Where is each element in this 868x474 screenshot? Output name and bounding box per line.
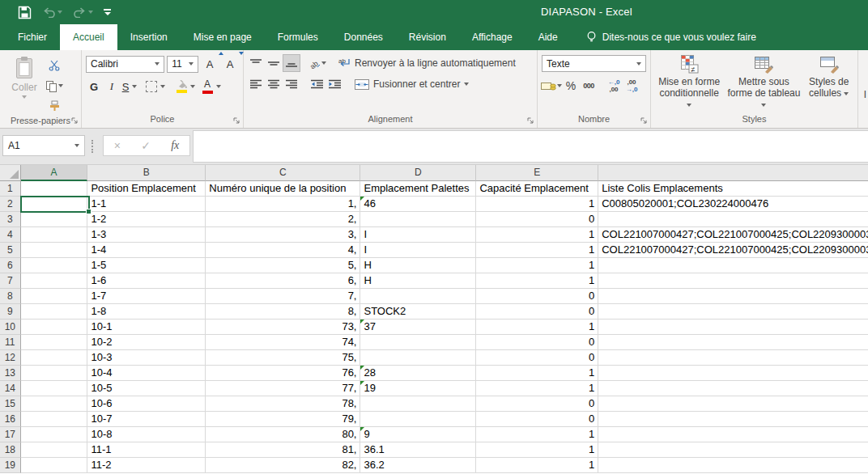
orientation-icon[interactable]: ab <box>308 54 326 72</box>
cell-B19[interactable]: 11-2 <box>87 458 206 473</box>
cell-F12[interactable] <box>598 350 868 366</box>
cell-E11[interactable]: 0 <box>476 335 598 350</box>
cell-F5[interactable]: COL221007000427;COL221007000425;COL22093… <box>598 243 868 258</box>
cell-E17[interactable]: 1 <box>476 427 598 442</box>
cell-F3[interactable] <box>598 212 868 227</box>
cell-A14[interactable] <box>21 381 88 396</box>
font-color-button[interactable]: A <box>198 78 216 95</box>
cell-E6[interactable]: 1 <box>476 258 598 273</box>
cell-E7[interactable]: 1 <box>476 273 598 289</box>
cell-C3[interactable]: 2, <box>206 212 360 227</box>
row-header-7[interactable]: 7 <box>0 273 21 289</box>
fill-color-dropdown-icon[interactable] <box>190 85 195 88</box>
cell-F7[interactable] <box>598 273 868 289</box>
cell-B12[interactable]: 10-3 <box>87 350 206 366</box>
cell-C4[interactable]: 3, <box>206 227 360 243</box>
select-all-corner[interactable] <box>0 165 21 181</box>
customize-quick-access-icon[interactable] <box>104 9 111 15</box>
cell-D17[interactable]: 9 <box>360 427 476 442</box>
cell-C18[interactable]: 81, <box>206 442 360 458</box>
row-header-16[interactable]: 16 <box>0 412 21 427</box>
cell-F1[interactable]: Liste Colis Emplacements <box>598 181 868 197</box>
cell-F6[interactable] <box>598 258 868 273</box>
row-header-10[interactable]: 10 <box>0 320 21 335</box>
cell-F4[interactable]: COL221007000427;COL221007000425;COL22093… <box>598 227 868 243</box>
cell-E15[interactable]: 0 <box>476 396 598 412</box>
tab-insertion[interactable]: Insertion <box>117 24 181 50</box>
row-header-12[interactable]: 12 <box>0 350 21 366</box>
row-header-6[interactable]: 6 <box>0 258 21 273</box>
formula-input[interactable] <box>193 130 868 163</box>
cell-A6[interactable] <box>21 258 88 273</box>
borders-button[interactable] <box>146 78 165 95</box>
column-header-A[interactable]: A <box>21 165 88 181</box>
cell-B2[interactable]: 1-1 <box>87 197 206 212</box>
number-dialog-launcher-icon[interactable] <box>640 117 648 125</box>
cell-D11[interactable] <box>360 335 476 350</box>
tab-accueil[interactable]: Accueil <box>60 24 117 50</box>
cell-A17[interactable] <box>21 427 88 442</box>
cell-A13[interactable] <box>21 366 88 381</box>
alignment-dialog-launcher-icon[interactable] <box>527 117 534 125</box>
cell-D14[interactable]: 19 <box>360 381 476 396</box>
cell-B8[interactable]: 1-7 <box>87 289 206 304</box>
insert-function-icon[interactable]: fx <box>171 139 179 152</box>
column-header-E[interactable]: E <box>476 165 598 181</box>
cell-D3[interactable] <box>360 212 476 227</box>
cell-B17[interactable]: 10-8 <box>87 427 206 442</box>
cell-B10[interactable]: 10-1 <box>87 320 206 335</box>
cell-styles-button[interactable]: Styles de cellules <box>804 53 854 113</box>
cell-D1[interactable]: Emplacement Palettes <box>360 181 476 197</box>
cell-A16[interactable] <box>21 412 88 427</box>
cancel-icon[interactable]: × <box>114 139 121 152</box>
cell-D12[interactable] <box>360 350 476 366</box>
merge-center-button[interactable]: Fusionner et centrer <box>351 78 473 90</box>
cell-E18[interactable]: 1 <box>476 442 598 458</box>
shrink-font-icon[interactable]: A <box>221 55 239 73</box>
cell-A15[interactable] <box>21 396 88 412</box>
cell-C2[interactable]: 1, <box>206 197 360 212</box>
cell-F16[interactable] <box>598 412 868 427</box>
wrap-text-button[interactable]: ab Renvoyer à la ligne automatiquement <box>334 57 520 69</box>
cell-F17[interactable] <box>598 427 868 442</box>
cell-E14[interactable]: 1 <box>476 381 598 396</box>
row-header-1[interactable]: 1 <box>0 181 21 197</box>
cell-C15[interactable]: 78, <box>206 396 360 412</box>
cell-F14[interactable] <box>598 381 868 396</box>
row-header-17[interactable]: 17 <box>0 427 21 442</box>
cell-D6[interactable]: H <box>360 258 476 273</box>
row-header-13[interactable]: 13 <box>0 366 21 381</box>
paste-dropdown-icon[interactable] <box>22 95 27 99</box>
cell-E1[interactable]: Capacité Emplacement <box>476 181 598 197</box>
cell-E8[interactable]: 0 <box>476 289 598 304</box>
italic-button[interactable]: I <box>103 78 121 95</box>
cell-C9[interactable]: 8, <box>206 304 360 320</box>
cell-A12[interactable] <box>21 350 88 366</box>
cell-B13[interactable]: 10-4 <box>87 366 206 381</box>
cell-B9[interactable]: 1-8 <box>87 304 206 320</box>
cell-C8[interactable]: 7, <box>206 289 360 304</box>
paste-button[interactable]: Coller <box>3 53 45 115</box>
cell-C10[interactable]: 73, <box>206 320 360 335</box>
column-header-F[interactable] <box>598 165 868 181</box>
bold-button[interactable]: G <box>85 78 103 95</box>
redo-icon[interactable] <box>73 7 93 18</box>
row-header-4[interactable]: 4 <box>0 227 21 243</box>
cell-F18[interactable] <box>598 442 868 458</box>
decrease-decimal-icon[interactable]: ,00→,0 <box>623 77 640 95</box>
cell-D15[interactable] <box>360 396 476 412</box>
copy-icon[interactable] <box>45 77 63 95</box>
undo-icon[interactable] <box>42 7 62 18</box>
accounting-format-icon[interactable] <box>541 77 562 95</box>
cell-C12[interactable]: 75, <box>206 350 360 366</box>
tell-me-box[interactable]: Dites-nous ce que vous voulez faire <box>585 24 756 50</box>
tab-formules[interactable]: Formules <box>265 24 331 50</box>
align-top-icon[interactable] <box>247 54 265 72</box>
cell-F11[interactable] <box>598 335 868 350</box>
cell-C13[interactable]: 76, <box>206 366 360 381</box>
cell-A19[interactable] <box>21 458 88 473</box>
font-color-dropdown-icon[interactable] <box>216 85 221 88</box>
cell-F10[interactable] <box>598 320 868 335</box>
align-center-icon[interactable] <box>265 75 283 93</box>
align-left-icon[interactable] <box>247 75 265 93</box>
